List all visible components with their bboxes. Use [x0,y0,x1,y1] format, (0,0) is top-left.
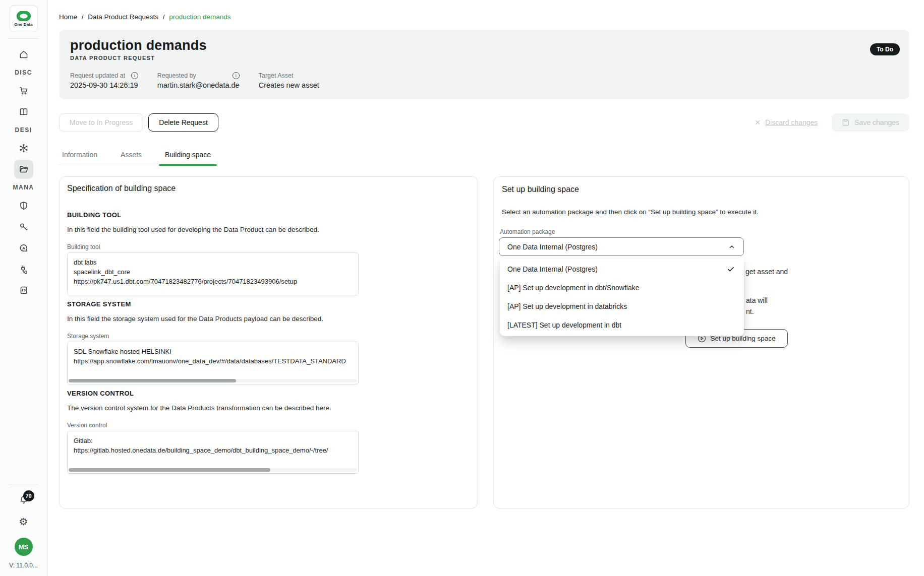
sidebar-item-logs[interactable] [14,281,33,300]
field-label: Storage system [67,333,470,340]
obscured-text-fragment: ata will [746,296,768,304]
save-icon [842,118,850,126]
section-description: The version control system for the Data … [67,404,470,412]
info-icon[interactable]: i [233,72,240,79]
request-meta-row: Request updated at i 2025-09-30 14:26:19… [70,72,898,89]
folder-open-icon [19,164,29,174]
language-icon: A [19,243,29,253]
section-heading: STORAGE SYSTEM [67,300,470,308]
breadcrumb-section[interactable]: Data Product Requests [88,13,158,21]
save-changes-button[interactable]: Save changes [832,113,909,132]
meta-label: Requested by [157,72,196,79]
meta-target-asset: Target Asset Creates new asset [259,72,319,89]
sidebar-bottom-divider [9,484,39,484]
discard-changes-label: Discard changes [765,118,818,126]
user-avatar[interactable]: MS [15,538,33,556]
field-label: Building tool [67,243,470,250]
dropdown-option-label: One Data Internal (Postgres) [507,265,598,273]
breadcrumb-separator: / [82,13,84,21]
shopping-cart-icon [19,86,29,96]
dropdown-option-label: [LATEST] Set up development in dbt [507,321,621,329]
breadcrumb-current: production demands [169,13,230,21]
storage-system-section: STORAGE SYSTEM In this field the storage… [67,300,470,385]
app-root: One Data DISC DESI MANA A [0,0,924,576]
sidebar: One Data DISC DESI MANA A [0,0,47,576]
setup-building-space-panel: Set up building space Select an automati… [493,176,909,508]
meta-request-updated: Request updated at i 2025-09-30 14:26:19 [70,72,138,89]
meta-value: Creates new asset [259,81,319,89]
tab-building-space[interactable]: Building space [162,147,214,165]
obscured-text-fragment: nt. [746,307,754,315]
dropdown-option-label: [AP] Set up development in databricks [507,302,627,310]
actions-row: Move to In Progress Delete Request ✕ Dis… [59,113,909,132]
notification-count-badge: 70 [23,490,34,501]
selected-option-label: One Data Internal (Postgres) [507,243,598,251]
sidebar-item-marketplace[interactable] [14,81,33,100]
page-title: production demands [70,38,898,53]
svg-text:A: A [22,246,25,250]
tab-bar: Information Assets Building space [59,147,214,165]
dropdown-option[interactable]: [AP] Set up development in databricks [500,297,744,315]
section-heading: BUILDING TOOL [67,211,470,219]
horizontal-scrollbar[interactable] [69,468,357,472]
shield-icon [19,201,29,211]
info-icon[interactable]: i [131,72,138,79]
notifications-button[interactable]: 70 [14,491,33,508]
sidebar-item-connections[interactable] [14,260,33,279]
discard-changes-button[interactable]: ✕ Discard changes [755,118,818,126]
plug-icon [19,264,29,274]
sidebar-group-disc: DISC [15,69,32,76]
automation-package-dropdown: One Data Internal (Postgres) [AP] Set up… [500,259,744,336]
gear-icon: ⚙ [19,516,28,527]
section-description: In this field the storage system used fo… [67,315,470,323]
sidebar-item-workflows[interactable] [14,139,33,158]
sidebar-bottom: 70 ⚙ MS V: 11.0.0... [0,484,47,576]
page-subtitle: DATA PRODUCT REQUEST [70,55,898,61]
panels: Specification of building space BUILDING… [59,176,909,508]
section-heading: VERSION CONTROL [67,390,470,397]
version-control-section: VERSION CONTROL The version control syst… [67,390,470,474]
meta-label: Target Asset [259,72,294,79]
sidebar-group-mana: MANA [13,184,34,191]
sidebar-item-catalog[interactable] [14,102,33,121]
status-badge: To Do [870,43,900,55]
tab-information[interactable]: Information [59,147,100,165]
building-tool-textarea[interactable]: dbt labs spacelink_dbt_core https://pk74… [67,252,359,295]
main-content: Home / Data Product Requests / productio… [47,0,924,576]
dropdown-option[interactable]: One Data Internal (Postgres) [500,260,744,278]
save-changes-label: Save changes [854,118,899,126]
breadcrumb-home[interactable]: Home [59,13,77,21]
storage-system-textarea[interactable]: SDL Snowflake hosted HELSINKI https://ap… [67,342,359,385]
sidebar-item-language[interactable]: A [14,238,33,258]
automation-package-label: Automation package [500,228,555,235]
sidebar-group-desi: DESI [15,126,32,134]
dropdown-option[interactable]: [LATEST] Set up development in dbt [500,315,744,334]
meta-value: martin.stark@onedata.de [157,81,240,89]
map-book-icon [19,107,29,117]
breadcrumb: Home / Data Product Requests / productio… [59,13,909,21]
delete-request-button[interactable]: Delete Request [148,113,218,132]
meta-label: Request updated at [70,72,125,79]
app-version: V: 11.0.0... [9,562,38,569]
chevron-up-icon [728,243,735,250]
sidebar-item-data-product-requests[interactable] [14,160,33,179]
automation-package-select[interactable]: One Data Internal (Postgres) [499,237,744,256]
field-label: Version control [67,422,470,429]
version-control-textarea[interactable]: Gitlab: https://gitlab.hosted.onedata.de… [67,431,359,474]
building-tool-section: BUILDING TOOL In this field the building… [67,211,470,295]
move-to-in-progress-button[interactable]: Move to In Progress [59,113,143,132]
onedata-logo[interactable]: One Data [10,5,38,32]
onedata-logo-text: One Data [14,22,33,27]
meta-value: 2025-09-30 14:26:19 [70,81,138,89]
specification-panel: Specification of building space BUILDING… [59,176,478,508]
settings-button[interactable]: ⚙ [19,517,28,527]
sidebar-item-access-keys[interactable] [14,217,33,236]
section-description: In this field the building tool used for… [67,226,470,233]
dropdown-option[interactable]: [AP] Set up development in dbt/Snowflake [500,278,744,297]
horizontal-scrollbar[interactable] [69,379,357,382]
sidebar-item-security[interactable] [14,196,33,215]
sidebar-item-home[interactable] [14,45,33,64]
meta-requested-by: Requested by i martin.stark@onedata.de [157,72,240,89]
dropdown-option-label: [AP] Set up development in dbt/Snowflake [507,284,640,292]
tab-assets[interactable]: Assets [118,147,145,165]
